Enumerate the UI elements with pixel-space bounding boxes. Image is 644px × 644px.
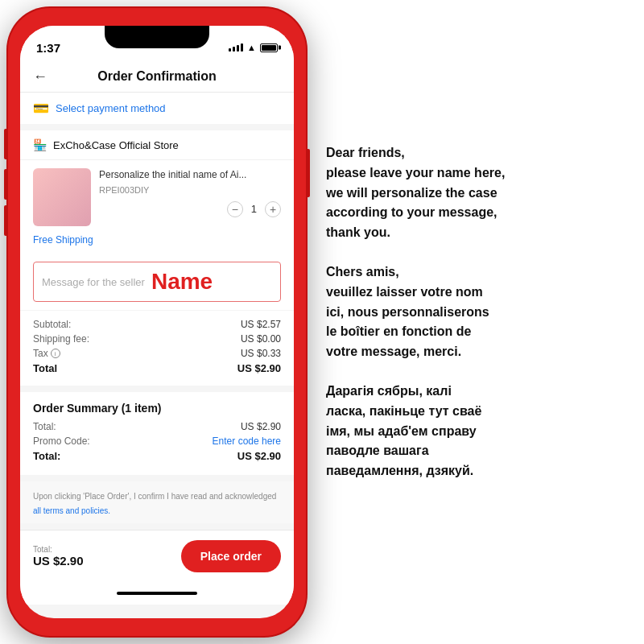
french-message: Chers amis,veuillez laisser votre nomici… <box>326 262 624 362</box>
belarusian-text-block: Дарагія сябры, каліласка, пакіньце тут с… <box>326 382 624 481</box>
message-placeholder: Message for the seller <box>42 276 145 288</box>
page-title: Order Confirmation <box>97 69 217 84</box>
promo-row: Promo Code: Enter code here <box>33 436 281 447</box>
tax-value: US $0.33 <box>241 348 281 359</box>
product-info: Personalize the initial name of Ai... RP… <box>99 168 281 217</box>
terms-text: Upon clicking 'Place Order', I confirm I… <box>33 492 276 515</box>
footer-total-label: Total: <box>33 545 84 554</box>
place-order-button[interactable]: Place order <box>181 540 281 572</box>
store-icon: 🏪 <box>33 138 47 151</box>
quantity-increase-button[interactable]: + <box>265 201 281 217</box>
grand-total-row: Total: US $2.90 <box>33 450 281 462</box>
message-name-label: Name <box>151 269 213 295</box>
promo-label: Promo Code: <box>33 436 90 447</box>
phone-screen: 1:37 ▲ <box>20 26 294 618</box>
footer-total: Total: US $2.90 <box>33 545 84 568</box>
tax-label: Tax i <box>33 348 60 359</box>
english-text-block: Dear friends,please leave your name here… <box>326 143 624 243</box>
belarusian-message: Дарагія сябры, каліласка, пакіньце тут с… <box>326 382 624 481</box>
subtotal-row: Subtotal: US $2.57 <box>33 319 281 330</box>
summary-total-row: Total: US $2.90 <box>33 421 281 432</box>
free-shipping-label: Free Shipping <box>20 234 294 254</box>
total-value: US $2.90 <box>237 362 281 374</box>
summary-total-label: Total: <box>33 421 56 432</box>
shipping-row: Shipping fee: US $0.00 <box>33 333 281 345</box>
home-bar <box>20 582 294 605</box>
battery-icon <box>260 43 278 52</box>
grand-total-label: Total: <box>33 450 60 462</box>
total-row: Total US $2.90 <box>33 362 281 374</box>
shipping-value: US $0.00 <box>241 333 281 345</box>
notch <box>105 26 209 48</box>
app-footer: Total: US $2.90 Place order <box>20 530 294 582</box>
app-header: ← Order Confirmation <box>20 61 294 93</box>
shipping-label: Shipping fee: <box>33 333 89 345</box>
french-text-block: Chers amis,veuillez laisser votre nomici… <box>326 262 624 362</box>
quantity-control: − 1 + <box>99 201 281 217</box>
summary-total-value: US $2.90 <box>241 421 281 432</box>
order-summary-section: Order Summary (1 item) Total: US $2.90 P… <box>20 392 294 475</box>
status-time: 1:37 <box>36 41 60 55</box>
text-panel: Dear friends,please leave your name here… <box>306 119 644 525</box>
product-name: Personalize the initial name of Ai... <box>99 168 281 182</box>
store-section: 🏪 ExCho&Case Official Store Personalize … <box>20 130 294 310</box>
grand-total-value: US $2.90 <box>237 450 281 462</box>
total-label: Total <box>33 362 57 374</box>
quantity-decrease-button[interactable]: − <box>227 201 243 217</box>
footer-total-value: US $2.90 <box>33 554 84 568</box>
store-header: 🏪 ExCho&Case Official Store <box>20 130 294 160</box>
app-scroll[interactable]: ← Order Confirmation 💳 Select payment me… <box>20 61 294 618</box>
terms-section: Upon clicking 'Place Order', I confirm I… <box>20 481 294 523</box>
wifi-icon: ▲ <box>247 43 256 52</box>
english-message: Dear friends,please leave your name here… <box>326 143 624 243</box>
payment-method-section[interactable]: 💳 Select payment method <box>20 93 294 124</box>
product-row: Personalize the initial name of Ai... RP… <box>20 160 294 234</box>
home-indicator <box>117 592 197 595</box>
payment-icon: 💳 <box>33 101 49 116</box>
promo-link[interactable]: Enter code here <box>213 436 281 447</box>
terms-link[interactable]: all terms and policies. <box>33 506 110 515</box>
tax-row: Tax i US $0.33 <box>33 348 281 359</box>
battery-fill <box>262 45 276 51</box>
message-input-wrapper[interactable]: Message for the seller Name <box>33 262 281 302</box>
subtotal-label: Subtotal: <box>33 319 71 330</box>
signal-bars-icon <box>229 43 243 52</box>
product-sku: RPEI003DIY <box>99 185 281 195</box>
product-image <box>33 168 91 226</box>
status-bar: 1:37 ▲ <box>20 26 294 61</box>
payment-method-label[interactable]: Select payment method <box>56 102 166 114</box>
message-section: Message for the seller Name <box>20 254 294 310</box>
quantity-value: 1 <box>251 203 257 215</box>
back-button[interactable]: ← <box>33 68 47 85</box>
subtotal-value: US $2.57 <box>241 319 281 330</box>
price-section: Subtotal: US $2.57 Shipping fee: US $0.0… <box>20 311 294 386</box>
phone-outer: 1:37 ▲ <box>8 8 306 636</box>
store-name: ExCho&Case Official Store <box>53 139 179 151</box>
status-icons: ▲ <box>229 43 278 52</box>
phone-mockup: 1:37 ▲ <box>8 8 306 636</box>
order-summary-title: Order Summary (1 item) <box>33 402 281 415</box>
tax-info-icon: i <box>51 349 60 358</box>
